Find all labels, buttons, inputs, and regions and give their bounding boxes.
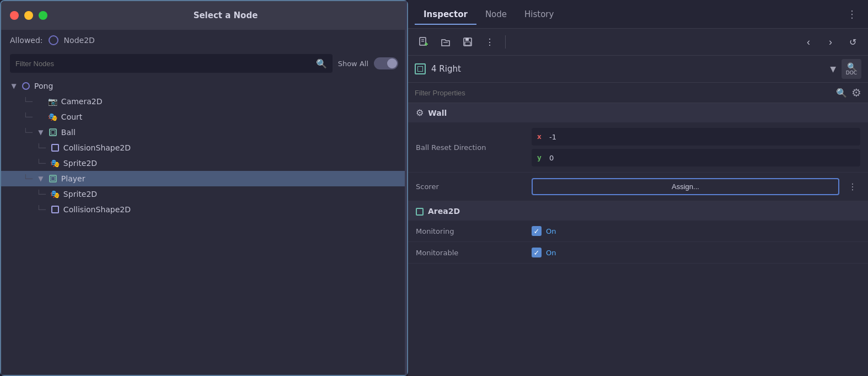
- tree-label-player: Player: [61, 174, 85, 183]
- area2d-icon-ball: [48, 127, 58, 137]
- inspector-panel: Inspector Node History ⋮: [408, 0, 868, 376]
- filter-row: 🔍 Show All: [1, 51, 407, 76]
- select-node-panel: Select a Node Allowed: Node2D 🔍 Show All…: [0, 0, 408, 376]
- monitoring-checkbox[interactable]: ✓: [532, 226, 542, 236]
- history-button[interactable]: ↺: [844, 33, 861, 51]
- area2d-icon-player: [48, 174, 58, 184]
- tree-label-ball: Ball: [61, 128, 76, 137]
- node-selector-row: 4 Right ▼ 🔍 DOC: [408, 56, 868, 83]
- doc-button[interactable]: 🔍 DOC: [842, 59, 861, 79]
- node-dropdown-button[interactable]: ▼: [830, 65, 836, 73]
- wall-section-icon: ⚙: [416, 108, 424, 118]
- allowed-row: Allowed: Node2D: [1, 30, 407, 51]
- show-all-label: Show All: [338, 60, 368, 68]
- tree-item-collision-player[interactable]: └─ CollisionShape2D: [1, 202, 407, 217]
- coord-field-y[interactable]: y 0: [532, 149, 860, 166]
- filter-tune-icon[interactable]: ⚙: [851, 86, 861, 99]
- prop-row-monitoring: Monitoring ✓ On: [408, 221, 868, 242]
- connector-collision-player: └─: [36, 205, 46, 214]
- node2d-circle-icon: [49, 35, 58, 45]
- tree-item-ball[interactable]: └─ ▼ Ball: [1, 125, 407, 140]
- panel-divider: [405, 1, 407, 375]
- tree-item-pong[interactable]: ▼ Pong: [1, 78, 407, 94]
- prev-button[interactable]: ‹: [800, 33, 817, 51]
- tab-node[interactable]: Node: [476, 5, 516, 24]
- next-button[interactable]: ›: [822, 33, 839, 51]
- toggle-thumb: [387, 58, 397, 68]
- sprite-icon-court: 🎭: [48, 112, 58, 122]
- tabs-menu-button[interactable]: ⋮: [843, 6, 861, 22]
- tree-item-player[interactable]: └─ ▼ Player: [1, 171, 407, 186]
- assign-button[interactable]: Assign...: [532, 178, 839, 195]
- doc-label: DOC: [846, 71, 857, 76]
- filter-search-icon: 🔍: [836, 88, 847, 98]
- close-button[interactable]: [10, 11, 19, 20]
- scorer-menu-button[interactable]: ⋮: [845, 181, 860, 192]
- wall-section-header[interactable]: ⚙ Wall: [408, 103, 868, 122]
- properties-panel: ⚙ Wall Ball Reset Direction x -1 y 0 Sco…: [408, 103, 868, 376]
- coord-field-x[interactable]: x -1: [532, 128, 860, 146]
- allowed-label: Allowed:: [10, 36, 43, 45]
- prop-label-monitoring: Monitoring: [416, 227, 526, 235]
- prop-label-scorer: Scorer: [416, 182, 526, 191]
- allowed-type: Node2D: [64, 36, 95, 45]
- tree-label-sprite-player: Sprite2D: [63, 190, 97, 198]
- monitorable-checkbox[interactable]: ✓: [532, 248, 542, 257]
- open-script-button[interactable]: [437, 33, 454, 51]
- prop-label-ball-reset: Ball Reset Direction: [416, 143, 526, 152]
- tree-label-collision-ball: CollisionShape2D: [63, 143, 131, 152]
- monitorable-text: On: [546, 249, 556, 257]
- wall-section-label: Wall: [428, 109, 447, 117]
- titlebar: Select a Node: [1, 1, 407, 30]
- prop-label-monitorable: Monitorable: [416, 249, 526, 257]
- save-script-button[interactable]: [459, 33, 476, 51]
- search-doc-icon: 🔍: [847, 63, 856, 71]
- tree-label-camera2d: Camera2D: [61, 97, 103, 106]
- sprite-icon-ball: 🎭: [50, 158, 60, 168]
- monitoring-value: ✓ On: [532, 226, 556, 236]
- window-title: Select a Node: [53, 10, 398, 20]
- filter-input-wrap: 🔍: [10, 54, 333, 73]
- tree-label-court: Court: [61, 112, 82, 121]
- prev-icon: ‹: [807, 36, 810, 48]
- tree-item-sprite-ball[interactable]: └─ 🎭 Sprite2D: [1, 155, 407, 171]
- tree-item-collision-ball[interactable]: └─ CollisionShape2D: [1, 140, 407, 155]
- save-script-icon: [463, 37, 473, 47]
- tree-item-court[interactable]: └─ 🎭 Court: [1, 109, 407, 125]
- chevron-pong: ▼: [10, 82, 18, 90]
- more-options-button[interactable]: ⋮: [481, 33, 499, 51]
- connector-court: └─: [23, 112, 33, 121]
- filter-nodes-input[interactable]: [15, 60, 312, 68]
- svg-rect-7: [465, 38, 469, 41]
- x-label: x: [537, 133, 545, 141]
- connector-player: └─: [23, 174, 33, 183]
- svg-rect-8: [465, 42, 470, 45]
- connector-sprite-ball: └─: [36, 159, 46, 168]
- camera-icon: 📷: [48, 96, 58, 106]
- history-icon: ↺: [849, 37, 856, 47]
- prop-row-ball-reset: Ball Reset Direction x -1 y 0: [408, 122, 868, 173]
- tab-inspector[interactable]: Inspector: [415, 5, 476, 24]
- connector-ball: └─: [23, 128, 33, 137]
- maximize-button[interactable]: [39, 11, 47, 20]
- toolbar-separator-1: [505, 35, 506, 49]
- inspector-tabs: Inspector Node History ⋮: [408, 0, 868, 29]
- minimize-button[interactable]: [24, 11, 33, 20]
- tree-label-sprite-ball: Sprite2D: [63, 159, 97, 168]
- tree-item-camera2d[interactable]: └─ 📷 Camera2D: [1, 94, 407, 109]
- chevron-ball: ▼: [37, 128, 45, 136]
- y-value: 0: [549, 154, 554, 162]
- chevron-player: ▼: [37, 175, 45, 182]
- more-options-icon: ⋮: [485, 37, 494, 47]
- x-value: -1: [549, 133, 556, 141]
- show-all-toggle[interactable]: [374, 57, 398, 69]
- filter-props-input[interactable]: [415, 89, 832, 97]
- area2d-section-label: Area2D: [428, 207, 460, 216]
- monitoring-text: On: [546, 227, 556, 235]
- new-script-icon: [419, 37, 428, 47]
- tab-history[interactable]: History: [516, 5, 562, 24]
- next-icon: ›: [829, 36, 832, 48]
- tree-item-sprite-player[interactable]: └─ 🎭 Sprite2D: [1, 186, 407, 202]
- area2d-section-header[interactable]: Area2D: [408, 201, 868, 221]
- new-script-button[interactable]: [415, 33, 432, 51]
